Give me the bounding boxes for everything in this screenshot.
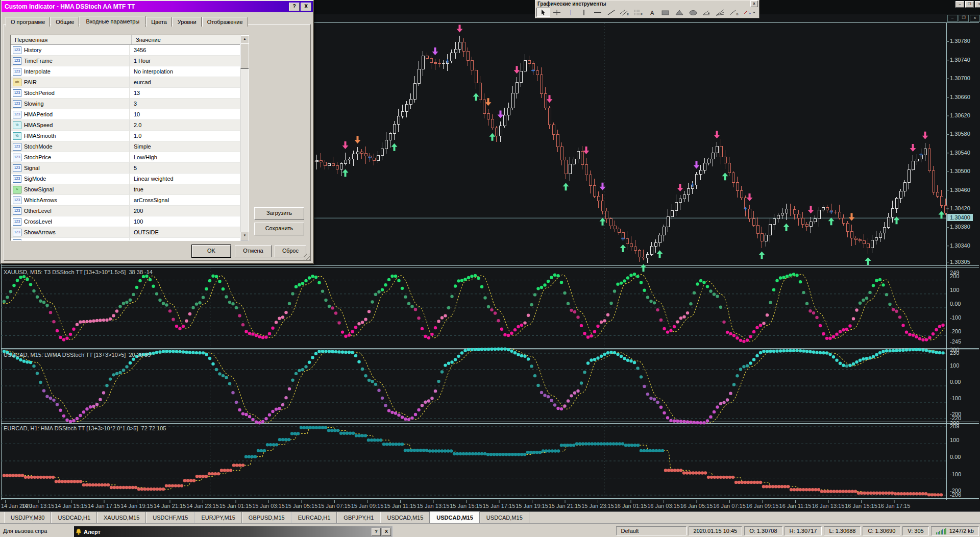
status-profile[interactable]: Default (616, 526, 687, 535)
param-row[interactable]: 123CrossLevel100 (11, 216, 249, 227)
chart-tab-gbpjpy-h1[interactable]: GBPJPY,H1 (337, 512, 380, 523)
save-button[interactable]: Сохранить (254, 223, 304, 235)
resize-grip[interactable] (304, 254, 310, 260)
param-row[interactable]: 123ShowArrowsOUTSIDE (11, 227, 249, 238)
chart-close-icon[interactable]: x (970, 15, 980, 22)
param-value[interactable]: 10 (130, 111, 249, 117)
channel-icon[interactable]: E (618, 8, 632, 17)
param-row[interactable]: ≈ShowSignaltrue (11, 184, 249, 195)
dialog-tab-1[interactable]: О программе (6, 17, 50, 27)
chart-tab-eurjpy-m15[interactable]: EURJPY,M15 (194, 512, 241, 523)
param-row[interactable]: 123OtherLevel200 (11, 206, 249, 216)
dialog-titlebar[interactable]: Custom Indicator - HMA DSStoch AA MTF TT… (2, 1, 313, 12)
trendline-icon[interactable] (604, 8, 618, 17)
param-value[interactable]: arCrossSignal (130, 197, 249, 203)
scroll-thumb[interactable] (240, 43, 249, 69)
chart-tab-usdcad-h1[interactable]: USDCAD,H1 (51, 512, 97, 523)
param-row[interactable]: 123ARROWBAR0 (11, 238, 249, 241)
toolbar-close-button[interactable]: x (750, 1, 758, 7)
param-value[interactable]: true (130, 186, 249, 192)
param-value[interactable]: 2.0 (130, 122, 249, 128)
hline-icon[interactable] (591, 8, 605, 17)
param-value[interactable]: 1.0 (130, 133, 249, 139)
rect-icon[interactable] (659, 8, 673, 17)
param-row[interactable]: 123Slowing3 (11, 99, 249, 109)
param-row[interactable]: 123HMAPeriod10 (11, 109, 249, 120)
vline-thin-icon[interactable] (564, 8, 577, 17)
param-value[interactable]: OUTSIDE (130, 229, 249, 235)
param-value[interactable]: 3 (130, 101, 249, 107)
ok-button[interactable]: OK (192, 245, 231, 257)
table-scrollbar[interactable]: ▲ ▼ (240, 35, 249, 240)
param-value[interactable]: 1 Hour (130, 58, 249, 64)
dialog-tab-3[interactable]: Входные параметры (80, 16, 145, 27)
chart-restore-icon[interactable]: ❐ (959, 15, 969, 22)
vline-icon[interactable] (577, 8, 591, 17)
angle-icon[interactable] (700, 8, 714, 17)
dialog-help-button[interactable]: ? (289, 3, 300, 11)
scroll-down-icon[interactable]: ▼ (240, 232, 249, 240)
gann-icon[interactable]: G (727, 8, 741, 17)
param-row[interactable]: 123SigModeLinear weighted (11, 174, 249, 184)
text-icon[interactable]: A (645, 8, 659, 17)
alert-window[interactable]: Алерт ? X (74, 526, 393, 537)
param-row[interactable]: ½HMASmooth1.0 (11, 131, 249, 141)
dialog-tab-6[interactable]: Отображение (202, 17, 248, 27)
param-value[interactable]: No interpolation (130, 68, 249, 75)
param-row[interactable]: 123WhichArrowsarCrossSignal (11, 195, 249, 206)
param-row[interactable]: 123StochPeriod13 (11, 88, 249, 99)
close-icon[interactable]: x (975, 1, 980, 8)
param-value[interactable]: 0 (130, 240, 249, 241)
param-value[interactable]: 3456 (130, 47, 249, 53)
chart-tab-usdcad-m15[interactable]: USDCAD,M15 (480, 512, 529, 523)
dialog-tab-2[interactable]: Общие (51, 17, 79, 27)
chart-tab-usdjpy-m30[interactable]: USDJPY,M30 (4, 512, 51, 523)
param-row[interactable]: abPAIReurcad (11, 77, 249, 88)
chart-tab-usdcad-m15[interactable]: USDCAD,M15 (430, 511, 480, 523)
alert-close-button[interactable]: X (382, 528, 391, 536)
chart-tab-gbpusd-m15[interactable]: GBPUSD,M15 (242, 512, 291, 523)
alert-help-button[interactable]: ? (372, 528, 381, 536)
chart-tab-usdcad-m15[interactable]: USDCAD,M15 (380, 512, 430, 523)
param-row[interactable]: 123InterpolateNo interpolation (11, 66, 249, 77)
arrows-icon[interactable] (741, 8, 758, 17)
param-value[interactable]: Simple (130, 143, 249, 150)
main-window-buttons[interactable]: –❐x (955, 1, 980, 8)
parameters-table[interactable]: Переменная Значение 123History3456123Tim… (10, 35, 249, 241)
param-row[interactable]: 123StochPriceLow/High (11, 152, 249, 163)
load-button[interactable]: Загрузить (254, 207, 304, 220)
reset-button[interactable]: Сброс (275, 245, 306, 257)
cancel-button[interactable]: Отмена (235, 245, 272, 257)
param-value[interactable]: eurcad (130, 79, 249, 85)
dialog-close-button[interactable]: X (301, 3, 311, 11)
panel-scale-label: 100 (950, 287, 959, 293)
triangle-icon[interactable] (673, 8, 687, 17)
param-value[interactable]: 13 (130, 90, 249, 96)
minimize-icon[interactable]: – (955, 1, 964, 8)
chart-tab-usdchf-m15[interactable]: USDCHF,M15 (146, 512, 194, 523)
scroll-up-icon[interactable]: ▲ (240, 35, 249, 44)
param-value[interactable]: Low/High (130, 154, 249, 160)
chart-minimize-icon[interactable]: – (947, 15, 958, 22)
chart-window-buttons[interactable]: –❐x (947, 15, 980, 22)
ellipse-icon[interactable] (686, 8, 700, 17)
chart-tab-xauusd-m15[interactable]: XAUUSD,M15 (97, 512, 146, 523)
param-row[interactable]: ½HMASpeed2.0 (11, 120, 249, 131)
param-row[interactable]: 123Signal5 (11, 163, 249, 174)
param-row[interactable]: 123StochModeSimple (11, 141, 249, 152)
toolbar-titlebar[interactable]: Графические инструменты x (535, 1, 759, 7)
param-value[interactable]: 5 (130, 165, 249, 171)
dialog-tab-4[interactable]: Цвета (146, 17, 172, 27)
param-value[interactable]: 100 (130, 218, 249, 225)
fibo-icon[interactable]: F (632, 8, 646, 17)
param-value[interactable]: 200 (130, 208, 249, 214)
crosshair-icon[interactable] (550, 8, 564, 17)
param-row[interactable]: 123History3456 (11, 45, 249, 56)
param-value[interactable]: Linear weighted (130, 176, 249, 182)
chart-tab-eurcad-h1[interactable]: EURCAD,H1 (291, 512, 337, 523)
dialog-tab-5[interactable]: Уровни (173, 17, 202, 27)
fan-icon[interactable] (714, 8, 727, 17)
param-row[interactable]: 123TimeFrame1 Hour (11, 56, 249, 66)
cursor-icon[interactable] (536, 8, 550, 17)
restore-icon[interactable]: ❐ (965, 1, 974, 8)
